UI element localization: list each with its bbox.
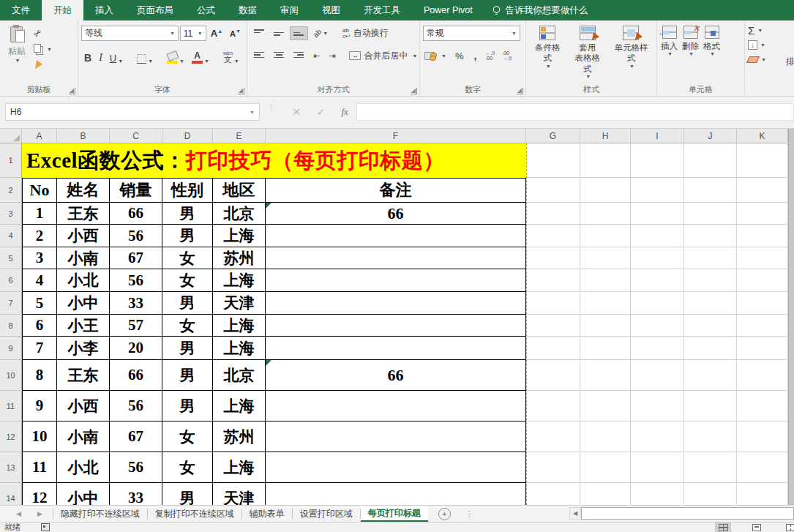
cell-E5[interactable]: 苏州: [213, 247, 266, 269]
cell-C10[interactable]: 66: [110, 360, 162, 391]
cell-B3[interactable]: 王东: [57, 203, 110, 225]
row-header-7[interactable]: 7: [0, 292, 22, 315]
cell-G5[interactable]: [526, 247, 580, 269]
cell-A12[interactable]: 10: [22, 422, 57, 452]
cell-E4[interactable]: 上海: [213, 225, 266, 247]
cell-I10[interactable]: [631, 360, 684, 391]
comma-style-button[interactable]: ,: [471, 50, 480, 61]
cell-H3[interactable]: [580, 203, 631, 225]
accounting-format-button[interactable]: ▼: [423, 50, 448, 61]
cell-C8[interactable]: 57: [110, 315, 162, 337]
cell-B9[interactable]: 小李: [57, 337, 110, 360]
cell-A2[interactable]: No: [22, 178, 57, 203]
column-header-B[interactable]: B: [57, 129, 110, 143]
tell-me-box[interactable]: 告诉我你想要做什么: [484, 0, 596, 20]
horizontal-scrollbar[interactable]: ◀: [569, 506, 794, 520]
cell-D7[interactable]: 男: [162, 292, 213, 315]
cell-B5[interactable]: 小南: [57, 247, 110, 269]
cell-H2[interactable]: [580, 178, 631, 203]
cell-E7[interactable]: 天津: [213, 292, 266, 315]
autosum-button[interactable]: Σ▼: [746, 24, 768, 37]
row-header-6[interactable]: 6: [0, 269, 22, 292]
cell-D5[interactable]: 女: [162, 247, 213, 269]
cell-J5[interactable]: [684, 247, 737, 269]
cell-F5[interactable]: [266, 247, 526, 269]
cell-K10[interactable]: [737, 360, 788, 391]
cell-K5[interactable]: [737, 247, 788, 269]
select-all-corner[interactable]: [0, 129, 22, 143]
cell-E3[interactable]: 北京: [213, 203, 266, 225]
cell-B12[interactable]: 小南: [57, 422, 110, 452]
new-sheet-button[interactable]: +: [428, 506, 461, 522]
cell-I6[interactable]: [631, 269, 684, 292]
cell-F8[interactable]: [266, 315, 526, 337]
row-header-1[interactable]: 1: [0, 143, 22, 178]
cell-I13[interactable]: [631, 452, 684, 483]
font-color-button[interactable]: A▼: [189, 48, 212, 64]
scroll-left-icon[interactable]: ◀: [569, 507, 581, 520]
orientation-button[interactable]: ab▼: [310, 26, 332, 40]
cell-J11[interactable]: [684, 391, 737, 422]
cell-B2[interactable]: 姓名: [57, 178, 110, 203]
phonetic-button[interactable]: wén文▼: [220, 48, 242, 64]
cell-J10[interactable]: [684, 360, 737, 391]
cell-A14[interactable]: 12: [22, 483, 57, 505]
cell-F11[interactable]: [266, 391, 526, 422]
cell-J12[interactable]: [684, 422, 737, 452]
cell-F2[interactable]: 备注: [266, 178, 526, 203]
cell-I1[interactable]: [631, 143, 684, 178]
cell-G14[interactable]: [526, 483, 580, 505]
ribbon-tab-7[interactable]: 视图: [310, 0, 352, 20]
cell-C13[interactable]: 56: [110, 452, 162, 483]
normal-view-button[interactable]: [715, 522, 731, 532]
bold-button[interactable]: B: [81, 48, 94, 64]
formula-bar-divider[interactable]: ⋮: [267, 106, 275, 110]
cell-A1-title[interactable]: Excel函数公式：打印技巧（每页打印标题）: [22, 143, 526, 178]
grow-font-button[interactable]: A▲: [208, 28, 225, 39]
percent-style-button[interactable]: %: [452, 50, 467, 61]
format-cells-button[interactable]: 格式▼: [701, 23, 722, 84]
cell-D9[interactable]: 男: [162, 337, 213, 360]
cell-I12[interactable]: [631, 422, 684, 452]
ribbon-tab-0[interactable]: 文件: [0, 0, 42, 20]
row-header-12[interactable]: 12: [0, 422, 22, 452]
alignment-dialog-launcher[interactable]: ◢: [411, 88, 417, 94]
cell-C11[interactable]: 56: [110, 391, 162, 422]
cell-E8[interactable]: 上海: [213, 315, 266, 337]
cell-F9[interactable]: [266, 337, 526, 360]
insert-function-button[interactable]: fx: [341, 106, 348, 118]
cell-K13[interactable]: [737, 452, 788, 483]
cell-K12[interactable]: [737, 422, 788, 452]
cell-J2[interactable]: [684, 178, 737, 203]
align-bottom-button[interactable]: [290, 26, 308, 40]
font-size-combo[interactable]: 11▼: [180, 26, 206, 41]
cell-H6[interactable]: [580, 269, 631, 292]
align-middle-button[interactable]: [270, 26, 288, 40]
cell-F12[interactable]: [266, 422, 526, 452]
cell-B8[interactable]: 小王: [57, 315, 110, 337]
decrease-indent-button[interactable]: ⇤: [310, 48, 323, 64]
column-header-A[interactable]: A: [22, 129, 57, 143]
cell-D8[interactable]: 女: [162, 315, 213, 337]
column-header-K[interactable]: K: [737, 129, 788, 143]
cell-K14[interactable]: [737, 483, 788, 505]
cell-G10[interactable]: [526, 360, 580, 391]
row-header-3[interactable]: 3: [0, 203, 22, 225]
cell-C14[interactable]: 33: [110, 483, 162, 505]
row-header-4[interactable]: 4: [0, 225, 22, 247]
sheet-nav-right-icon[interactable]: ▶: [37, 510, 42, 517]
cell-H13[interactable]: [580, 452, 631, 483]
align-left-button[interactable]: [250, 49, 269, 63]
cell-I5[interactable]: [631, 247, 684, 269]
column-header-I[interactable]: I: [631, 129, 684, 143]
paste-dropdown-arrow[interactable]: ▼: [15, 58, 20, 63]
cell-G9[interactable]: [526, 337, 580, 360]
sheet-tab-1[interactable]: 复制打印不连续区域: [148, 506, 241, 522]
cell-E9[interactable]: 上海: [213, 337, 266, 360]
page-layout-view-button[interactable]: [749, 522, 765, 532]
cell-J13[interactable]: [684, 452, 737, 483]
decrease-decimal-button[interactable]: .00→.0: [501, 50, 513, 61]
cut-button[interactable]: ✂: [32, 27, 53, 39]
cell-styles-button[interactable]: 单元格样式▼: [607, 23, 655, 84]
cell-H9[interactable]: [580, 337, 631, 360]
